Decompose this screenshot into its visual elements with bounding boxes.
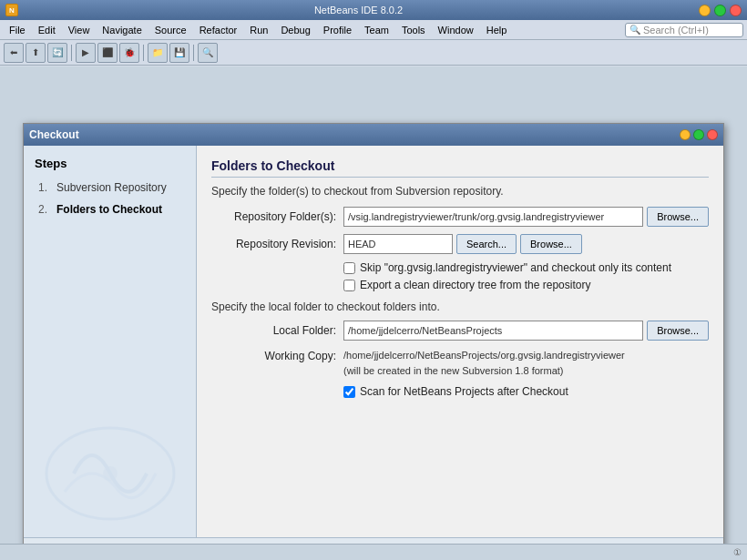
repository-folder-input[interactable] (343, 207, 643, 227)
local-folder-description: Specify the local folder to checkout fol… (211, 300, 709, 313)
main-area: Checkout Steps 1. Subversion Reposi (0, 66, 747, 560)
working-copy-line1: /home/jjdelcerro/NetBeansProjects/org.gv… (343, 348, 709, 363)
browse-button-3[interactable]: Browse... (647, 321, 709, 341)
menu-window[interactable]: Window (433, 23, 479, 37)
step-2-label: Folders to Checkout (56, 203, 162, 216)
repository-folder-row: Repository Folder(s): Browse... (211, 207, 709, 227)
browse-button-1[interactable]: Browse... (647, 207, 709, 227)
menu-navigate[interactable]: Navigate (97, 23, 147, 37)
toolbar-btn-1[interactable]: ⬅ (4, 43, 24, 63)
svg-point-1 (103, 466, 118, 481)
dialog-overlay: Checkout Steps 1. Subversion Reposi (23, 114, 724, 533)
content-panel: Folders to Checkout Specify the folder(s… (197, 146, 723, 537)
dialog-minimize-btn[interactable] (680, 129, 691, 140)
skip-checkout-checkbox[interactable] (343, 262, 355, 274)
watermark (33, 419, 187, 528)
repository-revision-input[interactable] (343, 234, 453, 254)
menu-refactor[interactable]: Refactor (194, 23, 243, 37)
checkbox-2-row: Export a clean directory tree from the r… (343, 279, 709, 291)
ide-search-bar[interactable]: 🔍 Search (Ctrl+I) (625, 23, 743, 37)
toolbar: ⬅ ⬆ 🔄 ▶ ⬛ 🐞 📁 💾 🔍 (0, 40, 747, 66)
working-copy-label: Working Copy: (211, 348, 343, 362)
step-2-number: 2. (38, 203, 56, 216)
local-folder-input[interactable] (343, 321, 643, 341)
maximize-button[interactable] (714, 5, 726, 16)
step-2: 2. Folders to Checkout (35, 201, 185, 218)
steps-title: Steps (35, 157, 185, 170)
search-placeholder: Search (Ctrl+I) (643, 25, 709, 36)
toolbar-btn-2[interactable]: ⬆ (26, 43, 46, 63)
dialog-close-btn[interactable] (707, 129, 718, 140)
dialog-title: Checkout (29, 128, 79, 141)
skip-checkout-label: Skip "org.gvsig.landregistryviewer" and … (360, 261, 671, 274)
search-button[interactable]: Search... (456, 234, 517, 254)
step-1-label: Subversion Repository (56, 181, 167, 194)
ide-window-controls (699, 5, 742, 16)
local-folder-label: Local Folder: (211, 324, 343, 337)
ide-title: NetBeans IDE 8.0.2 (18, 5, 699, 15)
checkout-dialog: Checkout Steps 1. Subversion Reposi (23, 123, 724, 560)
working-copy-line2: (will be created in the new Subversion 1… (343, 363, 709, 379)
browse-button-2[interactable]: Browse... (520, 234, 582, 254)
title-bar: N NetBeans IDE 8.0.2 (0, 0, 747, 20)
menu-file[interactable]: File (4, 23, 31, 37)
local-folder-row: Local Folder: Browse... (211, 321, 709, 341)
step-1: 1. Subversion Repository (35, 179, 185, 196)
dialog-maximize-btn[interactable] (693, 129, 704, 140)
close-button[interactable] (730, 5, 742, 16)
dialog-window-controls (680, 129, 718, 140)
toolbar-btn-8[interactable]: 💾 (169, 43, 189, 63)
toolbar-sep-3 (193, 45, 194, 61)
menu-view[interactable]: View (63, 23, 96, 37)
toolbar-btn-9[interactable]: 🔍 (198, 43, 218, 63)
menu-profile[interactable]: Profile (318, 23, 357, 37)
working-copy-row: Working Copy: /home/jjdelcerro/NetBeansP… (211, 348, 709, 378)
working-copy-value: /home/jjdelcerro/NetBeansProjects/org.gv… (343, 348, 709, 378)
toolbar-sep-2 (143, 45, 144, 61)
scan-checkbox[interactable] (343, 386, 355, 398)
checkbox-1-row: Skip "org.gvsig.landregistryviewer" and … (343, 261, 709, 274)
step-1-number: 1. (38, 181, 56, 194)
status-bar: ① (0, 544, 747, 560)
dialog-body: Steps 1. Subversion Repository 2. Folder… (24, 146, 723, 537)
menu-debug[interactable]: Debug (275, 23, 315, 37)
minimize-button[interactable] (699, 5, 711, 16)
repository-revision-row: Repository Revision: Search... Browse... (211, 234, 709, 254)
toolbar-btn-4[interactable]: ▶ (76, 43, 96, 63)
scan-checkbox-label: Scan for NetBeans Projects after Checkou… (360, 385, 568, 398)
export-clean-checkbox[interactable] (343, 280, 355, 291)
steps-panel: Steps 1. Subversion Repository 2. Folder… (24, 146, 197, 537)
menu-source[interactable]: Source (149, 23, 192, 37)
toolbar-btn-5[interactable]: ⬛ (97, 43, 118, 63)
toolbar-btn-7[interactable]: 📁 (148, 43, 168, 63)
repository-folder-label: Repository Folder(s): (211, 210, 343, 223)
export-clean-label: Export a clean directory tree from the r… (360, 279, 590, 291)
menu-bar: File Edit View Navigate Source Refactor … (0, 20, 747, 40)
repository-revision-label: Repository Revision: (211, 238, 343, 250)
toolbar-btn-6[interactable]: 🐞 (119, 43, 139, 63)
description-text: Specify the folder(s) to checkout from S… (211, 185, 709, 198)
menu-edit[interactable]: Edit (33, 23, 61, 37)
menu-team[interactable]: Team (359, 23, 394, 37)
section-title: Folders to Checkout (211, 158, 709, 178)
scan-checkbox-row: Scan for NetBeans Projects after Checkou… (343, 385, 709, 398)
ide-window: N NetBeans IDE 8.0.2 File Edit View Navi… (0, 0, 747, 560)
dialog-title-bar: Checkout (24, 124, 723, 146)
menu-run[interactable]: Run (244, 23, 273, 37)
toolbar-btn-3[interactable]: 🔄 (47, 43, 67, 63)
toolbar-sep-1 (71, 45, 72, 61)
menu-help[interactable]: Help (481, 23, 513, 37)
menu-tools[interactable]: Tools (396, 23, 431, 37)
